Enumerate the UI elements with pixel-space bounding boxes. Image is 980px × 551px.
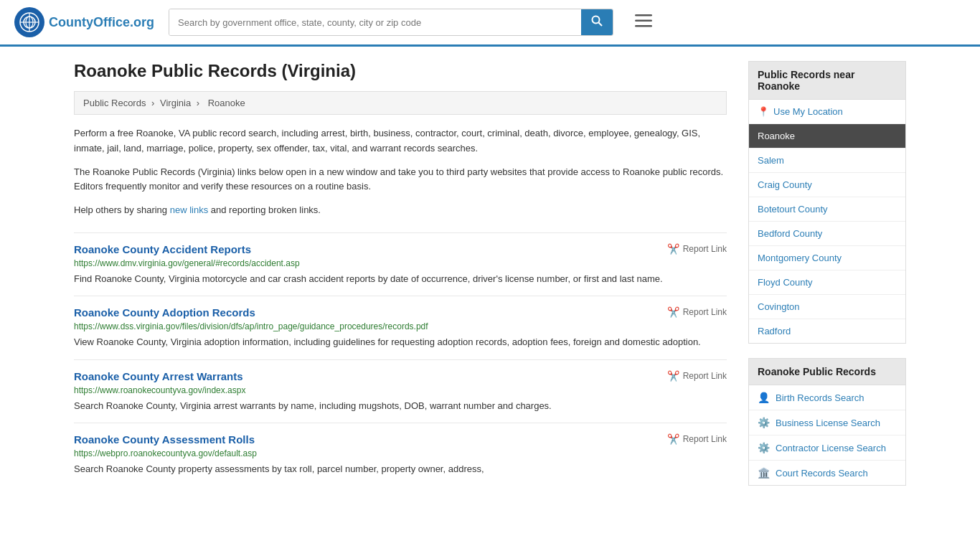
record-link-icon-0: 👤: [758, 392, 770, 403]
sidebar-record-link-2[interactable]: ⚙️Contractor License Search: [749, 435, 905, 461]
use-my-location-label: Use My Location: [773, 106, 843, 117]
main-wrapper: Roanoke Public Records (Virginia) Public…: [60, 47, 920, 515]
report-link-button-1[interactable]: ✂️ Report Link: [667, 306, 727, 318]
svg-line-6: [599, 23, 603, 27]
breadcrumb-public-records[interactable]: Public Records: [83, 98, 146, 108]
svg-rect-7: [635, 14, 652, 17]
record-header-0: Roanoke County Accident Reports ✂️ Repor…: [74, 243, 727, 255]
record-header-2: Roanoke County Arrest Warrants ✂️ Report…: [74, 370, 727, 382]
svg-point-5: [593, 17, 600, 24]
record-item: Roanoke County Accident Reports ✂️ Repor…: [74, 232, 727, 296]
svg-rect-9: [635, 25, 652, 27]
record-header-1: Roanoke County Adoption Records ✂️ Repor…: [74, 306, 727, 319]
search-button[interactable]: [581, 9, 613, 35]
record-link-label-2: Contractor License Search: [776, 443, 886, 453]
record-desc-1: View Roanoke County, Virginia adoption i…: [74, 335, 727, 349]
sidebar-nearby-item-salem[interactable]: Salem: [749, 149, 905, 173]
record-title-2[interactable]: Roanoke County Arrest Warrants: [74, 370, 243, 382]
record-url-3[interactable]: https://webpro.roanokecountyva.gov/defau…: [74, 448, 727, 458]
header: CountyOffice.org: [0, 0, 980, 47]
sidebar-nearby-item-floyd-county[interactable]: Floyd County: [749, 270, 905, 295]
sidebar-record-link-1[interactable]: ⚙️Business License Search: [749, 410, 905, 435]
breadcrumb-roanoke: Roanoke: [208, 98, 245, 108]
record-item: Roanoke County Adoption Records ✂️ Repor…: [74, 296, 727, 359]
sidebar-nearby-item-craig-county[interactable]: Craig County: [749, 173, 905, 197]
record-link-label-1: Business License Search: [776, 418, 880, 428]
location-pin-icon: 📍: [758, 106, 769, 117]
report-link-label-3: Report Link: [683, 434, 727, 444]
records-list: Roanoke County Accident Reports ✂️ Repor…: [74, 232, 727, 486]
report-link-label-1: Report Link: [683, 307, 727, 317]
svg-rect-8: [635, 20, 652, 22]
record-desc-2: Search Roanoke County, Virginia arrest w…: [74, 399, 727, 413]
help-text: Help others by sharing new links and rep…: [74, 203, 727, 218]
record-desc-3: Search Roanoke County property assessmen…: [74, 462, 727, 476]
record-header-3: Roanoke County Assessment Rolls ✂️ Repor…: [74, 433, 727, 446]
report-link-label-0: Report Link: [683, 244, 727, 254]
sidebar-record-link-3[interactable]: 🏛️Court Records Search: [749, 461, 905, 485]
page-title: Roanoke Public Records (Virginia): [74, 61, 727, 81]
logo-tld: .org: [130, 15, 154, 29]
logo-text: CountyOffice.org: [49, 15, 154, 30]
sidebar-record-link-0[interactable]: 👤Birth Records Search: [749, 385, 905, 410]
hamburger-menu[interactable]: [635, 13, 652, 32]
record-title-3[interactable]: Roanoke County Assessment Rolls: [74, 433, 255, 446]
sidebar-nearby-item-covington[interactable]: Covington: [749, 295, 905, 319]
search-input[interactable]: [169, 9, 581, 35]
report-link-button-2[interactable]: ✂️ Report Link: [667, 370, 727, 382]
report-icon-1: ✂️: [667, 306, 679, 318]
content-area: Roanoke Public Records (Virginia) Public…: [74, 61, 727, 486]
logo-icon: [14, 7, 44, 37]
logo[interactable]: CountyOffice.org: [14, 7, 154, 37]
sidebar: Public Records near Roanoke 📍 Use My Loc…: [748, 61, 906, 486]
new-links-link[interactable]: new links: [170, 204, 208, 215]
sidebar-nearby-item-botetourt-county[interactable]: Botetourt County: [749, 197, 905, 222]
sidebar-nearby-item-roanoke[interactable]: Roanoke: [749, 124, 905, 149]
sidebar-nearby-item-radford[interactable]: Radford: [749, 319, 905, 343]
report-link-button-3[interactable]: ✂️ Report Link: [667, 433, 727, 445]
report-link-button-0[interactable]: ✂️ Report Link: [667, 243, 727, 255]
record-title-0[interactable]: Roanoke County Accident Reports: [74, 243, 251, 255]
description-details: The Roanoke Public Records (Virginia) li…: [74, 165, 727, 195]
record-url-0[interactable]: https://www.dmv.virginia.gov/general/#re…: [74, 258, 727, 268]
nearby-section-title: Public Records near Roanoke: [749, 62, 905, 100]
nearby-nav: Public Records near Roanoke 📍 Use My Loc…: [748, 61, 906, 344]
record-item: Roanoke County Assessment Rolls ✂️ Repor…: [74, 423, 727, 486]
record-link-label-3: Court Records Search: [776, 468, 868, 479]
report-link-label-2: Report Link: [683, 371, 727, 381]
report-icon-2: ✂️: [667, 370, 679, 382]
records-section: Roanoke Public Records 👤Birth Records Se…: [748, 358, 906, 486]
logo-brand: CountyOffice: [49, 15, 130, 29]
record-link-icon-2: ⚙️: [758, 442, 770, 453]
breadcrumb-virginia[interactable]: Virginia: [160, 98, 191, 108]
record-link-icon-1: ⚙️: [758, 417, 770, 428]
sidebar-nearby-item-bedford-county[interactable]: Bedford County: [749, 222, 905, 246]
records-section-title: Roanoke Public Records: [749, 359, 905, 385]
record-item: Roanoke County Arrest Warrants ✂️ Report…: [74, 359, 727, 423]
use-my-location-button[interactable]: 📍 Use My Location: [749, 100, 905, 124]
sidebar-nearby-item-montgomery-county[interactable]: Montgomery County: [749, 246, 905, 270]
help-text-post: and reporting broken links.: [208, 204, 321, 215]
help-text-pre: Help others by sharing: [74, 204, 170, 215]
nearby-items-list: RoanokeSalemCraig CountyBotetourt County…: [749, 124, 905, 343]
report-icon-3: ✂️: [667, 433, 679, 445]
report-icon-0: ✂️: [667, 243, 679, 255]
breadcrumb-sep2: ›: [197, 98, 202, 108]
record-url-1[interactable]: https://www.dss.virginia.gov/files/divis…: [74, 321, 727, 331]
record-url-2[interactable]: https://www.roanokecountyva.gov/index.as…: [74, 385, 727, 395]
breadcrumb: Public Records › Virginia › Roanoke: [74, 91, 727, 115]
record-desc-0: Find Roanoke County, Virginia motorcycle…: [74, 272, 727, 286]
sidebar-record-links: 👤Birth Records Search⚙️Business License …: [749, 385, 905, 485]
breadcrumb-sep1: ›: [151, 98, 157, 108]
record-link-icon-3: 🏛️: [758, 467, 770, 479]
record-title-1[interactable]: Roanoke County Adoption Records: [74, 306, 255, 319]
record-link-label-0: Birth Records Search: [776, 392, 864, 403]
search-bar: [169, 9, 613, 36]
description-intro: Perform a free Roanoke, VA public record…: [74, 126, 727, 156]
